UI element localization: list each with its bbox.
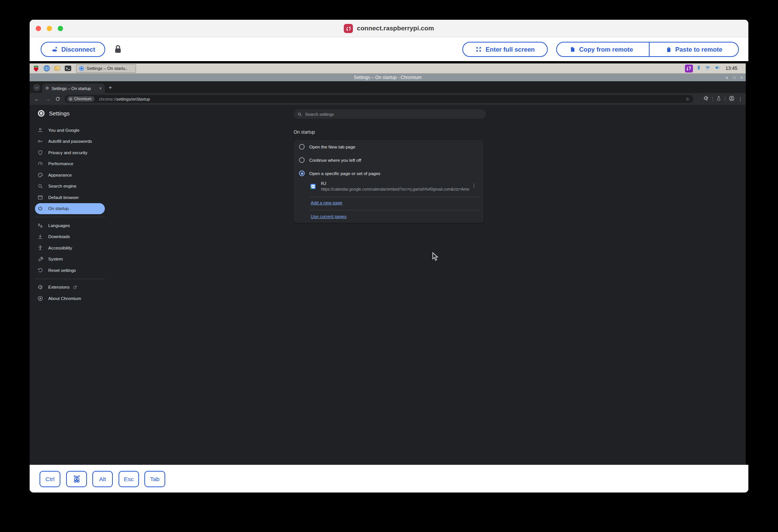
disconnect-button[interactable]: Disconnect [41,42,105,57]
web-browser-icon[interactable] [43,64,51,73]
tab-settings[interactable]: ⚙ Settings – On startup × [42,84,105,93]
new-tab-button[interactable]: + [109,84,112,90]
sidebar-item-default-browser[interactable]: Default browser [35,192,105,203]
tab-key-button[interactable]: Tab [144,471,165,487]
sidebar-item-label: System [48,257,63,261]
paste-icon [666,46,672,53]
raspberrypi-connect-icon [344,24,353,33]
sidebar-item-languages[interactable]: Languages [35,220,105,231]
host-key-bar: Ctrl Alt Esc Tab [30,465,748,493]
radio-icon [299,144,305,150]
window-title: connect.raspberrypi.com [357,25,434,32]
enter-fullscreen-button[interactable]: Enter full screen [462,42,548,57]
file-manager-icon[interactable] [53,64,62,73]
paste-to-remote-button[interactable]: Paste to remote [649,43,738,56]
page-entry-title: RJ [321,181,326,186]
sidebar-item-label: Extensions [48,285,70,289]
copy-from-remote-button[interactable]: Copy from remote [557,43,645,56]
radio-icon-selected [299,170,305,176]
tab-close-icon[interactable]: × [99,86,102,91]
settings-sidebar: You and GoogleAutofill and passwordsPriv… [30,125,110,304]
settings-gear-icon: ⚙ [45,86,49,90]
maximize-icon[interactable]: □ [733,76,735,80]
sidebar-item-about-chromium[interactable]: About Chromium [35,293,105,304]
on-startup-card: Open the New tab page Continue where you… [294,140,484,223]
paste-label: Paste to remote [675,46,723,53]
extensions-puzzle-icon[interactable] [703,95,709,103]
alt-key-button[interactable]: Alt [92,471,113,487]
sidebar-item-autofill[interactable]: Autofill and passwords [35,136,105,147]
sidebar-item-accessibility[interactable]: Accessibility [35,242,105,254]
raspberry-icon [72,474,81,484]
sidebar-item-reset-settings[interactable]: Reset settings [35,265,105,276]
sidebar-item-label: About Chromium [48,296,81,301]
sidebar-item-search-engine[interactable]: Search engine [35,181,105,192]
chromium-window-title: Settings – On startup - Chromium [354,75,422,80]
add-new-page-link[interactable]: Add a new page [311,200,342,205]
puzzle-icon [37,284,43,290]
radio-continue-left-off[interactable]: Continue where you left off [294,153,484,167]
pi-key-button[interactable] [66,471,87,487]
sidebar-item-label: Accessibility [48,246,72,250]
chromium-url-chip[interactable]: Chromium [67,96,95,102]
wifi-icon[interactable] [704,65,711,72]
pi-connect-tray-icon[interactable] [685,65,693,73]
sidebar-item-label: Appearance [48,173,72,177]
bluetooth-icon[interactable] [696,65,701,72]
sidebar-divider [35,217,105,217]
sidebar-item-you-and-google[interactable]: You and Google [35,125,105,136]
settings-search[interactable] [294,109,486,119]
screenshot-stage: connect.raspberrypi.com Disconnect [0,0,778,532]
sidebar-item-label: Default browser [48,195,79,200]
esc-key-button[interactable]: Esc [119,471,139,487]
chromium-icon [79,66,84,71]
use-current-pages-link[interactable]: Use current pages [311,214,346,219]
experiments-flask-icon[interactable] [716,96,721,103]
pi-menu-icon[interactable] [32,64,40,73]
chromium-logo [37,109,45,117]
chromium-titlebar[interactable]: Settings – On startup - Chromium ∨ □ × [30,74,746,81]
phone-disconnect-icon [51,46,58,53]
sidebar-divider [35,279,105,279]
forward-button[interactable]: → [45,93,51,105]
sidebar-item-appearance[interactable]: Appearance [35,169,105,181]
radio-icon [299,157,305,163]
tab-search-button[interactable] [33,84,40,91]
sidebar-item-extensions[interactable]: Extensions [35,282,105,293]
reload-button[interactable] [55,93,60,105]
browser-toolbar: ← → Chromium chro [30,93,746,105]
host-toolbar: Disconnect Enter full screen [30,38,748,61]
ctrl-key-button[interactable]: Ctrl [40,471,60,487]
volume-icon[interactable] [714,65,721,72]
startup-page-entry[interactable]: 31 RJ https://calendar.google.com/calend… [294,179,484,197]
download-icon [37,234,43,240]
radio-open-new-tab[interactable]: Open the New tab page [294,140,484,153]
address-bar[interactable]: Chromium chrome://settings/onStartup [65,95,693,103]
disconnect-label: Disconnect [62,46,95,53]
back-button[interactable]: ← [34,93,40,105]
window-title-group: connect.raspberrypi.com [30,20,748,37]
fullscreen-label: Enter full screen [485,46,534,53]
sidebar-item-label: On startup [48,206,69,211]
sidebar-item-downloads[interactable]: Downloads [35,231,105,243]
minimize-icon[interactable]: ∨ [726,76,728,80]
sidebar-item-system[interactable]: System [35,254,105,265]
terminal-icon[interactable] [64,64,72,73]
svg-text:31: 31 [312,185,315,188]
settings-title: Settings [49,110,70,117]
taskbar-window-button[interactable]: Settings – On startu.. [76,64,136,73]
close-icon[interactable]: × [740,76,743,80]
profile-avatar-icon[interactable] [729,95,735,103]
page-entry-menu-icon[interactable]: ⋮ [471,183,476,188]
search-settings-input[interactable] [305,112,482,117]
fullscreen-icon [475,46,482,53]
sidebar-item-performance[interactable]: Performance [35,158,105,170]
key-icon [37,138,43,144]
sidebar-item-on-startup[interactable]: On startup [35,203,105,215]
bookmark-star-icon[interactable]: ☆ [685,95,689,103]
sidebar-item-privacy[interactable]: Privacy and security [35,147,105,158]
sidebar-item-label: Performance [48,161,73,166]
external-link-icon [73,285,77,289]
radio-open-specific-pages[interactable]: Open a specific page or set of pages [294,167,484,180]
browser-menu-icon[interactable]: ⋮ [738,96,743,102]
